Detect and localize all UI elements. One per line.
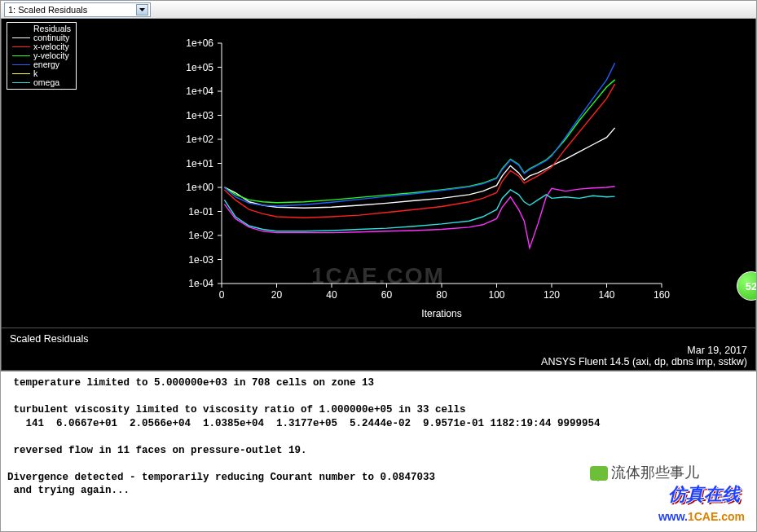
svg-text:0: 0 xyxy=(219,289,225,301)
legend-swatch xyxy=(12,37,30,39)
residuals-chart: 1e-041e-031e-021e-011e+001e+011e+021e+03… xyxy=(165,35,670,320)
series-omega xyxy=(224,190,614,231)
badge-text: 52 xyxy=(746,280,757,292)
speech-bubble-icon xyxy=(590,466,608,481)
svg-text:80: 80 xyxy=(436,289,447,301)
legend-label: omega xyxy=(33,78,59,87)
legend-item: omega xyxy=(12,78,71,87)
legend-box: Residuals continuityx-velocityy-velocity… xyxy=(7,22,77,90)
series-energy xyxy=(224,63,614,205)
series-y-velocity xyxy=(224,80,614,203)
plot-info-bar: Scaled Residuals Mar 19, 2017 ANSYS Flue… xyxy=(2,328,755,370)
legend-swatch xyxy=(12,82,30,84)
svg-text:1e-04: 1e-04 xyxy=(188,278,213,289)
svg-text:1e+04: 1e+04 xyxy=(186,86,213,97)
svg-text:1e+01: 1e+01 xyxy=(186,158,213,169)
svg-text:1e+06: 1e+06 xyxy=(186,37,213,49)
legend-swatch xyxy=(12,73,30,75)
overlay-fzzx: 仿真在线 xyxy=(668,482,740,507)
legend-swatch xyxy=(12,64,30,66)
view-selector-dropdown[interactable]: 1: Scaled Residuals xyxy=(4,2,151,17)
chevron-down-icon xyxy=(136,4,148,15)
info-product: ANSYS Fluent 14.5 (axi, dp, dbns imp, ss… xyxy=(10,356,747,367)
info-date: Mar 19, 2017 xyxy=(10,345,747,356)
residuals-plot-panel: Residuals continuityx-velocityy-velocity… xyxy=(1,19,756,371)
svg-text:140: 140 xyxy=(598,289,614,301)
info-left: Scaled Residuals xyxy=(10,333,89,345)
svg-text:Iterations: Iterations xyxy=(421,308,461,319)
legend-swatch xyxy=(12,46,30,48)
svg-text:40: 40 xyxy=(326,289,337,301)
svg-text:1e+03: 1e+03 xyxy=(186,110,213,121)
toolbar: 1: Scaled Residuals xyxy=(1,1,756,19)
svg-text:160: 160 xyxy=(654,289,670,301)
svg-text:60: 60 xyxy=(381,289,393,301)
tui-console[interactable]: temperature limited to 5.000000e+03 in 7… xyxy=(1,371,756,531)
svg-text:1e+05: 1e+05 xyxy=(186,62,213,73)
svg-text:20: 20 xyxy=(271,289,283,301)
svg-text:100: 100 xyxy=(488,289,504,301)
legend-swatch xyxy=(12,55,30,57)
svg-text:1e-01: 1e-01 xyxy=(188,206,213,218)
overlay-url: www.1CAE.com xyxy=(658,510,745,523)
overlay-wechat: 流体那些事儿 xyxy=(590,463,699,482)
svg-text:1e+00: 1e+00 xyxy=(186,182,213,193)
svg-text:1e+02: 1e+02 xyxy=(186,134,213,145)
legend-item: energy xyxy=(12,60,71,69)
chart-svg: 1e-041e-031e-021e-011e+001e+011e+021e+03… xyxy=(165,35,670,320)
series-continuity xyxy=(224,128,614,208)
svg-text:120: 120 xyxy=(544,289,560,301)
svg-text:1e-03: 1e-03 xyxy=(188,254,213,266)
svg-text:1e-02: 1e-02 xyxy=(188,230,213,241)
svg-marker-0 xyxy=(139,8,145,11)
dropdown-label: 1: Scaled Residuals xyxy=(8,5,87,15)
